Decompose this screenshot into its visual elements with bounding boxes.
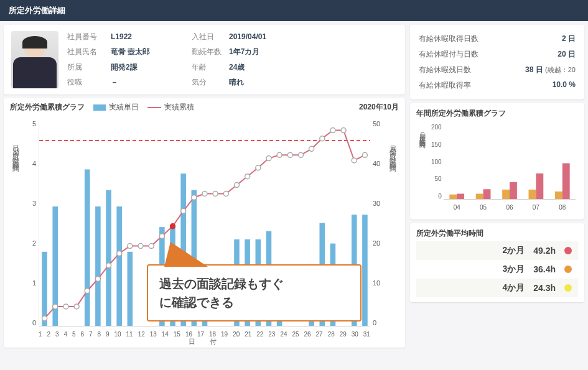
svg-point-51 bbox=[341, 128, 346, 133]
leave-granted: 20 日 bbox=[544, 49, 576, 60]
svg-point-41 bbox=[234, 183, 239, 188]
leave-taken-label: 有給休暇取得日数 bbox=[419, 34, 478, 44]
role: － bbox=[111, 77, 192, 88]
status-dot-icon bbox=[564, 284, 572, 292]
svg-rect-62 bbox=[555, 192, 562, 199]
svg-point-50 bbox=[330, 128, 335, 133]
legend-daily-label: 実績単日 bbox=[109, 102, 139, 113]
svg-point-42 bbox=[245, 174, 250, 179]
leave-taken: 2 日 bbox=[544, 34, 576, 44]
svg-point-26 bbox=[74, 304, 79, 309]
mood: 晴れ bbox=[229, 77, 297, 88]
leave-panel: 有給休暇取得日数2 日 有給休暇付与日数20 日 有給休暇残日数38 日 (繰越… bbox=[410, 25, 584, 99]
svg-point-29 bbox=[106, 263, 111, 268]
yaxis-left: 543210 bbox=[22, 120, 36, 326]
svg-point-47 bbox=[298, 152, 303, 157]
svg-rect-56 bbox=[476, 194, 483, 199]
avg-value: 36.4h bbox=[533, 264, 556, 274]
xaxis-title: 日 付 bbox=[189, 337, 220, 346]
svg-rect-61 bbox=[536, 173, 543, 199]
status-dot-icon bbox=[564, 266, 572, 273]
avg-label: 2か月 bbox=[502, 245, 525, 256]
svg-point-37 bbox=[192, 195, 197, 200]
svg-point-53 bbox=[362, 152, 367, 157]
leave-rate: 10.0 % bbox=[544, 80, 576, 91]
page-title: 所定外労働詳細 bbox=[0, 0, 588, 21]
dept: 開発2課 bbox=[111, 62, 192, 73]
svg-point-46 bbox=[287, 152, 292, 157]
tenure-label: 勤続年数 bbox=[192, 47, 229, 57]
svg-point-23 bbox=[42, 316, 47, 321]
svg-rect-55 bbox=[457, 194, 464, 199]
chart-title: 所定外労働累積グラフ bbox=[10, 102, 85, 113]
chart-period: 2020年10月 bbox=[359, 102, 399, 113]
avg-title: 所定外労働平均時間 bbox=[416, 228, 578, 239]
mini-plot[interactable] bbox=[444, 124, 576, 200]
svg-rect-58 bbox=[502, 190, 510, 199]
leave-remain: 38 日 bbox=[525, 65, 543, 74]
main-chart-panel: 所定外労働累積グラフ 実績単日 実績累積 2020年10月 日別所定外労働時間 … bbox=[4, 98, 405, 348]
annual-chart-panel: 年間所定外労働累積グラフ 月別所定外労働時間 200150100500 0405… bbox=[410, 103, 584, 220]
tenure: 1年7カ月 bbox=[229, 47, 297, 57]
svg-point-27 bbox=[85, 289, 90, 294]
svg-point-28 bbox=[95, 277, 100, 282]
svg-rect-59 bbox=[510, 182, 517, 199]
age-label: 年齢 bbox=[192, 62, 229, 73]
mini-yaxis-title: 月別所定外労働時間 bbox=[418, 127, 426, 139]
avg-row: 2か月49.2h bbox=[416, 241, 578, 260]
svg-point-30 bbox=[117, 251, 122, 256]
age: 24歳 bbox=[229, 62, 297, 73]
legend-cum: 実績累積 bbox=[147, 102, 194, 113]
svg-rect-22 bbox=[362, 215, 368, 326]
yaxis-right-title: 累積所定外労働時間 bbox=[388, 140, 398, 162]
emp-id: L1922 bbox=[111, 32, 192, 41]
svg-point-43 bbox=[256, 165, 261, 170]
svg-point-34 bbox=[159, 234, 164, 239]
emp-id-label: 社員番号 bbox=[67, 32, 111, 42]
dept-label: 所属 bbox=[67, 62, 111, 73]
status-dot-icon bbox=[564, 247, 572, 254]
svg-point-39 bbox=[213, 191, 218, 196]
legend-cum-label: 実績累積 bbox=[164, 102, 194, 113]
svg-rect-54 bbox=[449, 195, 457, 199]
svg-point-36 bbox=[181, 208, 186, 213]
yaxis-right: 50403020100 bbox=[373, 120, 386, 326]
avg-value: 24.3h bbox=[533, 283, 556, 293]
svg-rect-1 bbox=[42, 252, 47, 326]
yaxis-left-title: 日別所定外労働時間 bbox=[11, 140, 21, 162]
hire-label: 入社日 bbox=[192, 32, 229, 42]
emp-name-label: 社員氏名 bbox=[67, 47, 111, 57]
avg-label: 3か月 bbox=[502, 264, 525, 275]
svg-point-32 bbox=[138, 244, 143, 249]
avg-row: 3か月36.4h bbox=[416, 260, 578, 279]
svg-point-45 bbox=[277, 152, 282, 157]
mini-xaxis: 0405060708 bbox=[444, 204, 576, 211]
avg-value: 49.2h bbox=[533, 246, 556, 256]
svg-point-38 bbox=[202, 191, 207, 196]
svg-point-35 bbox=[170, 224, 175, 229]
svg-point-24 bbox=[53, 304, 58, 309]
emp-name: 竜骨 壺太郎 bbox=[111, 47, 192, 57]
leave-remain-extra: (繰越：20 bbox=[545, 66, 576, 73]
svg-point-44 bbox=[266, 156, 271, 161]
svg-rect-7 bbox=[128, 252, 133, 326]
svg-rect-4 bbox=[95, 206, 101, 326]
svg-point-49 bbox=[320, 136, 325, 141]
callout-line2: に確認できる bbox=[159, 293, 349, 312]
svg-rect-3 bbox=[85, 169, 90, 326]
svg-point-52 bbox=[352, 158, 357, 163]
svg-rect-63 bbox=[562, 164, 570, 199]
svg-rect-57 bbox=[483, 189, 491, 199]
leave-remain-label: 有給休暇残日数 bbox=[419, 65, 471, 75]
legend-daily: 実績単日 bbox=[93, 102, 139, 113]
callout-line1: 過去の面談記録もすぐ bbox=[159, 274, 349, 293]
svg-rect-60 bbox=[529, 190, 536, 199]
svg-rect-5 bbox=[106, 190, 111, 326]
avg-row: 4か月24.3h bbox=[416, 279, 578, 297]
svg-point-31 bbox=[128, 244, 133, 249]
svg-point-33 bbox=[149, 244, 154, 249]
svg-rect-6 bbox=[116, 206, 122, 326]
annotation-callout: 過去の面談記録もすぐ に確認できる bbox=[147, 264, 362, 321]
hire-date: 2019/04/01 bbox=[229, 32, 297, 41]
mood-label: 気分 bbox=[192, 77, 229, 88]
